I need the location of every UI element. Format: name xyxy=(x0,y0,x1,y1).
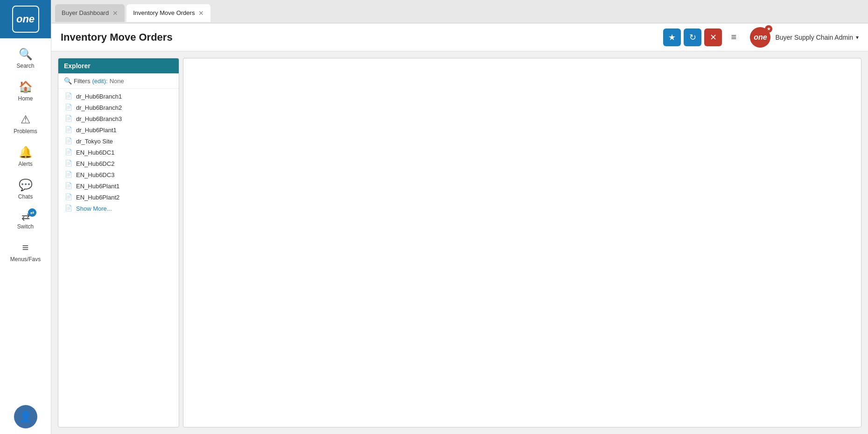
sidebar-item-label: Home xyxy=(18,95,33,102)
main-content xyxy=(183,58,861,427)
content-area: Explorer 🔍 Filters (edit): None 📄dr_Hub6… xyxy=(51,51,868,434)
list-item[interactable]: 📄dr_Tokyo Site xyxy=(58,135,179,147)
list-item[interactable]: 📄dr_Hub6Branch3 xyxy=(58,113,179,124)
explorer-header: Explorer xyxy=(58,58,179,73)
sidebar-item-label: Problems xyxy=(14,128,37,135)
list-item[interactable]: 📄EN_Hub6Plant2 xyxy=(58,192,179,203)
list-item-label: EN_Hub6DC3 xyxy=(76,171,114,178)
filter-icon: 🔍 xyxy=(64,77,72,85)
sidebar-item-alerts[interactable]: 🔔 Alerts xyxy=(0,140,51,173)
list-item[interactable]: 📄EN_Hub6Plant1 xyxy=(58,180,179,192)
explorer-panel: Explorer 🔍 Filters (edit): None 📄dr_Hub6… xyxy=(58,58,179,427)
refresh-icon: ↻ xyxy=(689,32,696,43)
chat-icon: 💬 xyxy=(19,178,33,192)
show-more-label: Show More... xyxy=(76,205,112,212)
list-item[interactable]: 📄dr_Hub6Branch1 xyxy=(58,91,179,102)
header-logo-text: one xyxy=(754,33,767,42)
explorer-filters: 🔍 Filters (edit): None xyxy=(58,73,179,89)
filter-value: None xyxy=(110,78,124,85)
tab-close-icon[interactable]: ✕ xyxy=(112,10,118,16)
main-area: Buyer Dashboard ✕ Inventory Move Orders … xyxy=(51,0,868,434)
sidebar-item-switch[interactable]: ⇄ ⇄ Switch xyxy=(0,206,51,235)
close-button[interactable]: ✕ xyxy=(704,28,722,46)
list-item[interactable]: 📄EN_Hub6DC3 xyxy=(58,169,179,180)
document-icon: 📄 xyxy=(65,205,72,212)
header-bar: Inventory Move Orders ★ ↻ ✕ ≡ ★ one Buye… xyxy=(51,23,868,51)
filters-label: Filters xyxy=(74,78,90,85)
list-item-label: EN_Hub6DC1 xyxy=(76,149,114,156)
document-icon: 📄 xyxy=(65,115,72,122)
list-item-label: dr_Hub6Branch2 xyxy=(76,104,122,111)
page-title: Inventory Move Orders xyxy=(61,31,663,43)
list-item-label: EN_Hub6Plant1 xyxy=(76,183,119,190)
sidebar: one 🔍 Search 🏠 Home ⚠ Problems 🔔 Alerts … xyxy=(0,0,51,434)
tab-inventory-move-orders[interactable]: Inventory Move Orders ✕ xyxy=(126,4,210,22)
list-item-label: dr_Hub6Branch3 xyxy=(76,115,122,122)
list-item-label: dr_Tokyo Site xyxy=(76,138,113,145)
document-icon: 📄 xyxy=(65,92,72,100)
sidebar-item-menus[interactable]: ≡ Menus/Favs xyxy=(0,235,51,268)
home-icon: 🏠 xyxy=(19,80,33,93)
list-item-label: dr_Hub6Plant1 xyxy=(76,127,117,134)
list-item[interactable]: 📄EN_Hub6DC1 xyxy=(58,147,179,158)
search-icon: 🔍 xyxy=(19,48,33,61)
list-item-label: EN_Hub6Plant2 xyxy=(76,194,119,201)
header-star-badge: ★ xyxy=(765,25,772,33)
menu-button[interactable]: ≡ xyxy=(725,28,742,46)
document-icon: 📄 xyxy=(65,149,72,156)
document-icon: 📄 xyxy=(65,126,72,134)
sidebar-bottom: 👤 xyxy=(0,405,51,434)
list-item[interactable]: 📄dr_Hub6Branch2 xyxy=(58,102,179,113)
username-label: Buyer Supply Chain Admin xyxy=(775,34,853,41)
star-icon: ★ xyxy=(668,32,676,43)
show-more-button[interactable]: 📄Show More... xyxy=(58,203,179,214)
document-icon: 📄 xyxy=(65,193,72,201)
tab-buyer-dashboard[interactable]: Buyer Dashboard ✕ xyxy=(55,4,125,22)
document-icon: 📄 xyxy=(65,171,72,178)
sidebar-logo: one xyxy=(0,0,51,38)
document-icon: 📄 xyxy=(65,104,72,111)
sidebar-item-problems[interactable]: ⚠ Problems xyxy=(0,107,51,140)
hamburger-icon: ≡ xyxy=(731,32,737,43)
dropdown-arrow-icon: ▾ xyxy=(856,34,859,41)
sidebar-item-label: Alerts xyxy=(18,161,33,167)
tab-close-icon[interactable]: ✕ xyxy=(198,10,204,16)
list-item-label: EN_Hub6DC2 xyxy=(76,160,114,167)
tab-label: Inventory Move Orders xyxy=(133,9,195,16)
close-icon: ✕ xyxy=(710,32,717,43)
sidebar-item-label: Search xyxy=(16,63,34,69)
menu-icon: ≡ xyxy=(22,241,28,254)
filter-edit-link[interactable]: (edit): xyxy=(92,78,107,85)
list-item[interactable]: 📄EN_Hub6DC2 xyxy=(58,158,179,169)
header-actions: ★ ↻ ✕ ≡ xyxy=(663,28,742,46)
document-icon: 📄 xyxy=(65,137,72,145)
explorer-list: 📄dr_Hub6Branch1📄dr_Hub6Branch2📄dr_Hub6Br… xyxy=(58,89,179,427)
favorite-button[interactable]: ★ xyxy=(663,28,681,46)
app-logo[interactable]: one xyxy=(12,6,39,33)
tab-bar: Buyer Dashboard ✕ Inventory Move Orders … xyxy=(51,0,868,23)
user-avatar[interactable]: 👤 xyxy=(14,405,37,428)
header-logo: ★ one xyxy=(750,27,770,48)
tab-label: Buyer Dashboard xyxy=(62,9,109,16)
sidebar-item-chats[interactable]: 💬 Chats xyxy=(0,173,51,206)
avatar-icon: 👤 xyxy=(19,411,32,423)
refresh-button[interactable]: ↻ xyxy=(684,28,701,46)
sidebar-item-search[interactable]: 🔍 Search xyxy=(0,42,51,75)
header-right: ★ one Buyer Supply Chain Admin ▾ xyxy=(750,27,859,48)
sidebar-item-label: Menus/Favs xyxy=(10,256,41,263)
document-icon: 📄 xyxy=(65,182,72,190)
warning-icon: ⚠ xyxy=(21,113,31,126)
sidebar-item-home[interactable]: 🏠 Home xyxy=(0,75,51,107)
sidebar-item-label: Switch xyxy=(17,223,34,230)
list-item[interactable]: 📄dr_Hub6Plant1 xyxy=(58,124,179,135)
bell-icon: 🔔 xyxy=(19,146,33,159)
switch-badge: ⇄ xyxy=(28,208,36,217)
sidebar-item-label: Chats xyxy=(18,193,33,200)
logo-text: one xyxy=(16,13,35,25)
list-item-label: dr_Hub6Branch1 xyxy=(76,93,122,100)
user-dropdown[interactable]: Buyer Supply Chain Admin ▾ xyxy=(775,34,859,41)
document-icon: 📄 xyxy=(65,160,72,167)
